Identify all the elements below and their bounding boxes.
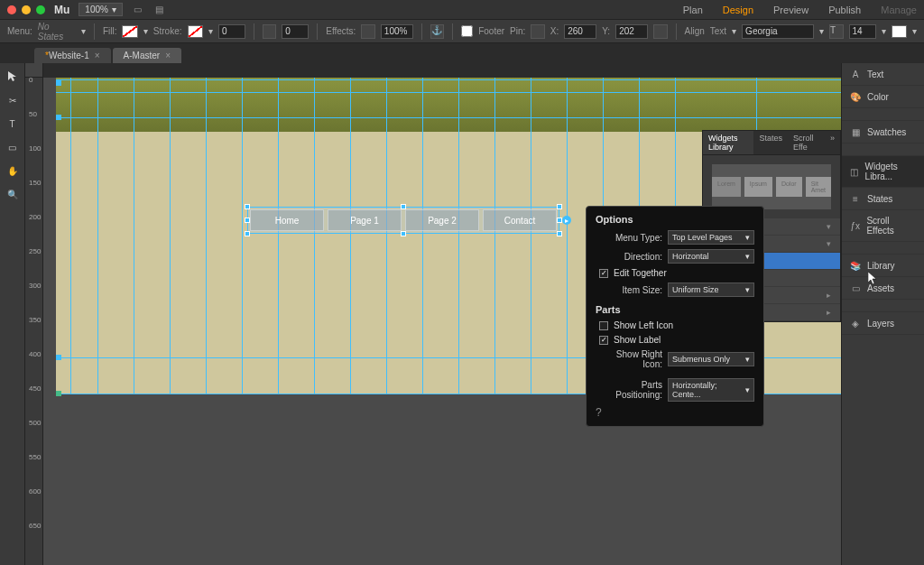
anchor-icon[interactable]: ⚓: [430, 24, 444, 39]
opacity-input[interactable]: [381, 24, 413, 39]
guide[interactable]: [56, 117, 841, 118]
panel-states[interactable]: ≡States: [842, 188, 924, 210]
transform-icon[interactable]: [653, 24, 667, 39]
panel-library[interactable]: 📚Library: [842, 255, 924, 277]
wlib-tab-library[interactable]: Widgets Library: [703, 131, 753, 154]
menu-type-dropdown[interactable]: Top Level Pages▾: [668, 230, 754, 245]
menu-item-page2[interactable]: Page 2: [405, 209, 479, 231]
zoom-tool-icon[interactable]: 🔍: [5, 186, 21, 202]
zoom-window-icon[interactable]: [36, 5, 45, 14]
guide[interactable]: [422, 78, 423, 394]
fit-icon[interactable]: ▭: [132, 4, 144, 16]
panel-widgets-library[interactable]: ◫Widgets Libra...: [842, 156, 924, 188]
guide[interactable]: [56, 92, 841, 93]
close-window-icon[interactable]: [7, 5, 16, 14]
guide[interactable]: [278, 78, 279, 394]
tab-design[interactable]: Design: [723, 5, 753, 15]
align-label[interactable]: Align: [685, 26, 705, 36]
tab-plan[interactable]: Plan: [683, 5, 703, 15]
selection-handle[interactable]: [245, 218, 250, 223]
tab-publish[interactable]: Publish: [828, 5, 861, 15]
panel-layers[interactable]: ◈Layers: [842, 312, 924, 335]
effects-icon[interactable]: [361, 24, 374, 39]
font-size-input[interactable]: [849, 24, 876, 39]
y-input[interactable]: [615, 24, 648, 39]
hand-tool-icon[interactable]: ✋: [5, 162, 21, 179]
parts-positioning-dropdown[interactable]: Horizontally; Cente...▾: [668, 378, 754, 402]
menu-states-dropdown[interactable]: No States: [38, 22, 76, 42]
guide[interactable]: [70, 78, 71, 394]
guide[interactable]: [314, 78, 315, 394]
menu-item-home[interactable]: Home: [250, 209, 324, 231]
doc-icon[interactable]: ▤: [153, 4, 166, 16]
corner-radius-input[interactable]: [282, 24, 309, 39]
help-icon[interactable]: ?: [596, 406, 754, 419]
show-left-icon-checkbox[interactable]: [599, 321, 608, 330]
widgets-icon: ◫: [849, 166, 860, 177]
guide[interactable]: [531, 78, 531, 394]
doc-tab-website[interactable]: *Website-1×: [34, 48, 111, 63]
crop-tool-icon[interactable]: ✂: [5, 92, 21, 108]
guide[interactable]: [494, 78, 495, 394]
guide[interactable]: [567, 78, 568, 394]
canvas[interactable]: Home Page 1 Page 2 Contact ▸ Optio: [43, 78, 841, 565]
fill-swatch[interactable]: [122, 25, 137, 38]
menu-widget[interactable]: Home Page 1 Page 2 Contact ▸: [247, 207, 559, 234]
panel-menu-icon[interactable]: »: [825, 131, 840, 154]
menu-item-contact[interactable]: Contact: [483, 209, 557, 231]
text-tool-icon[interactable]: T: [5, 116, 21, 132]
stroke-swatch[interactable]: [188, 25, 203, 38]
panel-color[interactable]: 🎨Color: [842, 86, 924, 108]
guide[interactable]: [386, 78, 387, 394]
guide[interactable]: [242, 78, 243, 394]
item-size-dropdown[interactable]: Uniform Size▾: [668, 282, 754, 297]
fill-label: Fill:: [103, 26, 117, 36]
tab-preview[interactable]: Preview: [773, 5, 808, 15]
zoom-dropdown[interactable]: 100% ▾: [79, 3, 123, 16]
show-label-text: Show Label: [614, 335, 661, 345]
flyout-button[interactable]: ▸: [562, 216, 571, 225]
panel-scroll-effects[interactable]: ƒxScroll Effects: [842, 210, 924, 242]
pin-grid-icon[interactable]: [531, 24, 544, 39]
selection-handle[interactable]: [245, 231, 250, 236]
stroke-width-input[interactable]: [218, 24, 245, 39]
guide[interactable]: [134, 78, 134, 394]
close-icon[interactable]: ×: [165, 51, 171, 60]
guide[interactable]: [458, 78, 459, 394]
guide[interactable]: [97, 78, 98, 394]
doc-tab-master[interactable]: A-Master×: [113, 48, 181, 63]
close-icon[interactable]: ×: [95, 51, 100, 60]
selection-handle[interactable]: [401, 204, 406, 209]
app-logo: Mu: [54, 4, 69, 16]
panel-assets[interactable]: ▭Assets: [842, 277, 924, 300]
guide[interactable]: [170, 78, 171, 394]
guide[interactable]: [56, 79, 841, 80]
chevron-down-icon: ▾: [745, 252, 750, 261]
menu-item-page1[interactable]: Page 1: [328, 209, 402, 231]
guide[interactable]: [206, 78, 207, 394]
x-input[interactable]: [564, 24, 596, 39]
guide[interactable]: [350, 78, 351, 394]
show-label-checkbox[interactable]: [599, 336, 608, 345]
text-label[interactable]: Text: [710, 26, 726, 36]
states-icon: ≡: [849, 193, 862, 204]
direction-dropdown[interactable]: Horizontal▾: [668, 249, 754, 264]
selection-handle[interactable]: [245, 204, 250, 209]
minimize-window-icon[interactable]: [22, 5, 31, 14]
corners-icon[interactable]: [263, 24, 276, 39]
wlib-tab-states[interactable]: States: [753, 131, 788, 154]
wlib-tab-scroll[interactable]: Scroll Effe: [788, 131, 825, 154]
rectangle-tool-icon[interactable]: ▭: [5, 139, 21, 155]
font-dropdown[interactable]: [742, 24, 814, 39]
selection-tool-icon[interactable]: [5, 69, 21, 85]
effects-label: Effects:: [326, 26, 356, 36]
footer-checkbox[interactable]: [461, 25, 473, 37]
text-color-swatch[interactable]: [892, 25, 907, 38]
edit-together-checkbox[interactable]: [599, 269, 608, 278]
show-right-icon-dropdown[interactable]: Submenus Only▾: [668, 352, 754, 366]
selection-handle[interactable]: [401, 231, 406, 236]
selection-handle[interactable]: [557, 231, 562, 236]
selection-handle[interactable]: [557, 204, 562, 209]
panel-text[interactable]: AText: [842, 63, 924, 86]
panel-swatches[interactable]: ▦Swatches: [842, 121, 924, 144]
